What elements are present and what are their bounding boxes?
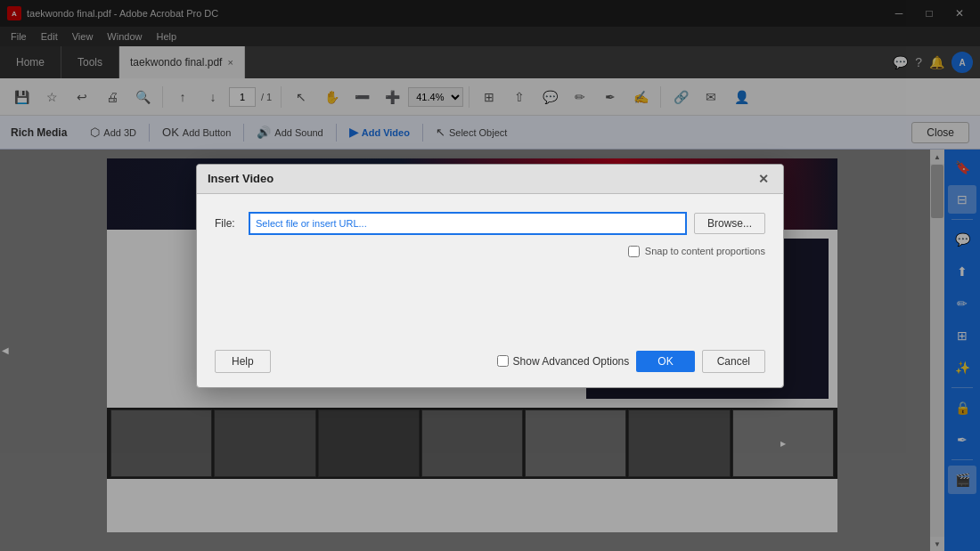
show-advanced-text: Show Advanced Options: [513, 355, 630, 368]
modal-browse-button[interactable]: Browse...: [694, 213, 765, 234]
insert-video-modal: Insert Video ✕ File: Browse... Snap to c…: [196, 164, 784, 388]
snap-checkbox[interactable]: [628, 246, 640, 257]
modal-cancel-button[interactable]: Cancel: [702, 350, 765, 373]
modal-help-button[interactable]: Help: [215, 350, 271, 373]
modal-file-label: File:: [215, 217, 241, 230]
modal-file-input[interactable]: [249, 212, 687, 235]
modal-footer: Help Show Advanced Options OK Cancel: [197, 343, 783, 387]
show-advanced-checkbox[interactable]: [497, 355, 509, 367]
modal-body: File: Browse... Snap to content proporti…: [197, 194, 783, 343]
show-advanced-label[interactable]: Show Advanced Options: [497, 355, 630, 368]
modal-content-area: [215, 275, 765, 328]
modal-action-buttons: Show Advanced Options OK Cancel: [497, 350, 765, 373]
modal-ok-button[interactable]: OK: [636, 351, 694, 372]
modal-close-button[interactable]: ✕: [755, 170, 772, 188]
modal-checkbox-row: Snap to content proportions: [215, 246, 765, 257]
modal-overlay: Insert Video ✕ File: Browse... Snap to c…: [0, 0, 980, 551]
modal-file-row: File: Browse...: [215, 212, 765, 235]
modal-title-bar: Insert Video ✕: [197, 165, 783, 194]
modal-title: Insert Video: [208, 172, 274, 185]
snap-label: Snap to content proportions: [645, 246, 765, 256]
